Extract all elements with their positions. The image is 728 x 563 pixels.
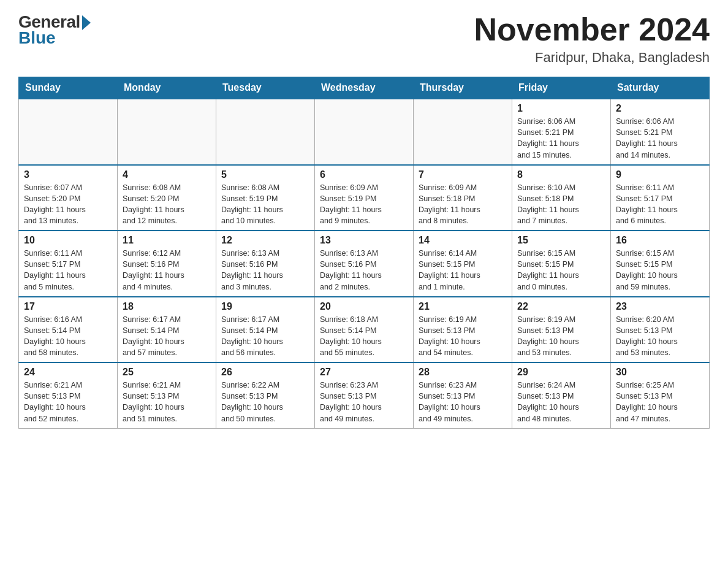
location-text: Faridpur, Dhaka, Bangladesh bbox=[474, 50, 710, 66]
calendar-cell: 28Sunrise: 6:23 AM Sunset: 5:13 PM Dayli… bbox=[414, 362, 512, 428]
calendar-cell: 20Sunrise: 6:18 AM Sunset: 5:14 PM Dayli… bbox=[315, 297, 414, 363]
day-number: 16 bbox=[616, 235, 704, 246]
day-info: Sunrise: 6:25 AM Sunset: 5:13 PM Dayligh… bbox=[616, 380, 704, 424]
day-number: 5 bbox=[221, 169, 309, 180]
calendar-cell: 11Sunrise: 6:12 AM Sunset: 5:16 PM Dayli… bbox=[118, 231, 216, 297]
day-number: 28 bbox=[419, 367, 507, 378]
day-info: Sunrise: 6:09 AM Sunset: 5:18 PM Dayligh… bbox=[419, 182, 507, 227]
day-info: Sunrise: 6:15 AM Sunset: 5:15 PM Dayligh… bbox=[616, 248, 704, 293]
logo: General Blue bbox=[18, 12, 91, 48]
calendar-cell bbox=[19, 99, 118, 165]
calendar-cell: 10Sunrise: 6:11 AM Sunset: 5:17 PM Dayli… bbox=[19, 231, 118, 297]
day-number: 12 bbox=[221, 235, 309, 246]
calendar-cell: 21Sunrise: 6:19 AM Sunset: 5:13 PM Dayli… bbox=[414, 297, 512, 363]
day-number: 10 bbox=[24, 235, 112, 246]
week-row-1: 1Sunrise: 6:06 AM Sunset: 5:21 PM Daylig… bbox=[19, 99, 710, 165]
calendar-cell: 16Sunrise: 6:15 AM Sunset: 5:15 PM Dayli… bbox=[611, 231, 710, 297]
weekday-header-saturday: Saturday bbox=[611, 77, 710, 99]
day-number: 24 bbox=[24, 367, 112, 378]
day-number: 11 bbox=[123, 235, 211, 246]
calendar-cell: 9Sunrise: 6:11 AM Sunset: 5:17 PM Daylig… bbox=[611, 165, 710, 231]
day-info: Sunrise: 6:19 AM Sunset: 5:13 PM Dayligh… bbox=[517, 314, 605, 359]
calendar-cell: 17Sunrise: 6:16 AM Sunset: 5:14 PM Dayli… bbox=[19, 297, 118, 363]
day-number: 8 bbox=[517, 169, 605, 180]
weekday-header-row: SundayMondayTuesdayWednesdayThursdayFrid… bbox=[19, 77, 710, 99]
day-info: Sunrise: 6:23 AM Sunset: 5:13 PM Dayligh… bbox=[320, 380, 408, 424]
day-info: Sunrise: 6:08 AM Sunset: 5:20 PM Dayligh… bbox=[123, 182, 211, 227]
calendar-cell: 18Sunrise: 6:17 AM Sunset: 5:14 PM Dayli… bbox=[118, 297, 216, 363]
day-info: Sunrise: 6:19 AM Sunset: 5:13 PM Dayligh… bbox=[419, 314, 507, 359]
day-info: Sunrise: 6:17 AM Sunset: 5:14 PM Dayligh… bbox=[123, 314, 211, 359]
day-info: Sunrise: 6:11 AM Sunset: 5:17 PM Dayligh… bbox=[24, 248, 112, 293]
day-number: 14 bbox=[419, 235, 507, 246]
weekday-header-wednesday: Wednesday bbox=[315, 77, 414, 99]
calendar-cell: 30Sunrise: 6:25 AM Sunset: 5:13 PM Dayli… bbox=[611, 362, 710, 428]
calendar-cell: 8Sunrise: 6:10 AM Sunset: 5:18 PM Daylig… bbox=[512, 165, 611, 231]
calendar-cell: 4Sunrise: 6:08 AM Sunset: 5:20 PM Daylig… bbox=[118, 165, 216, 231]
calendar-cell: 6Sunrise: 6:09 AM Sunset: 5:19 PM Daylig… bbox=[315, 165, 414, 231]
calendar-cell: 29Sunrise: 6:24 AM Sunset: 5:13 PM Dayli… bbox=[512, 362, 611, 428]
day-number: 2 bbox=[616, 103, 704, 114]
day-info: Sunrise: 6:21 AM Sunset: 5:13 PM Dayligh… bbox=[24, 380, 112, 424]
day-number: 27 bbox=[320, 367, 408, 378]
month-title: November 2024 bbox=[474, 12, 710, 47]
day-number: 9 bbox=[616, 169, 704, 180]
calendar-cell: 14Sunrise: 6:14 AM Sunset: 5:15 PM Dayli… bbox=[414, 231, 512, 297]
week-row-2: 3Sunrise: 6:07 AM Sunset: 5:20 PM Daylig… bbox=[19, 165, 710, 231]
calendar-cell: 3Sunrise: 6:07 AM Sunset: 5:20 PM Daylig… bbox=[19, 165, 118, 231]
day-info: Sunrise: 6:13 AM Sunset: 5:16 PM Dayligh… bbox=[320, 248, 408, 293]
calendar-table: SundayMondayTuesdayWednesdayThursdayFrid… bbox=[18, 77, 710, 429]
calendar-cell bbox=[315, 99, 414, 165]
day-info: Sunrise: 6:17 AM Sunset: 5:14 PM Dayligh… bbox=[221, 314, 309, 359]
title-area: November 2024 Faridpur, Dhaka, Banglades… bbox=[474, 12, 710, 66]
logo-arrow-icon bbox=[82, 15, 91, 30]
logo-blue-text: Blue bbox=[18, 28, 56, 48]
calendar-cell: 24Sunrise: 6:21 AM Sunset: 5:13 PM Dayli… bbox=[19, 362, 118, 428]
day-number: 7 bbox=[419, 169, 507, 180]
day-info: Sunrise: 6:06 AM Sunset: 5:21 PM Dayligh… bbox=[616, 116, 704, 161]
day-info: Sunrise: 6:14 AM Sunset: 5:15 PM Dayligh… bbox=[419, 248, 507, 293]
day-number: 13 bbox=[320, 235, 408, 246]
day-info: Sunrise: 6:23 AM Sunset: 5:13 PM Dayligh… bbox=[419, 380, 507, 424]
weekday-header-thursday: Thursday bbox=[414, 77, 512, 99]
day-number: 29 bbox=[517, 367, 605, 378]
calendar-cell: 22Sunrise: 6:19 AM Sunset: 5:13 PM Dayli… bbox=[512, 297, 611, 363]
weekday-header-sunday: Sunday bbox=[19, 77, 118, 99]
day-number: 15 bbox=[517, 235, 605, 246]
calendar-cell: 12Sunrise: 6:13 AM Sunset: 5:16 PM Dayli… bbox=[216, 231, 315, 297]
calendar-cell: 13Sunrise: 6:13 AM Sunset: 5:16 PM Dayli… bbox=[315, 231, 414, 297]
calendar-cell: 15Sunrise: 6:15 AM Sunset: 5:15 PM Dayli… bbox=[512, 231, 611, 297]
calendar-cell: 2Sunrise: 6:06 AM Sunset: 5:21 PM Daylig… bbox=[611, 99, 710, 165]
week-row-5: 24Sunrise: 6:21 AM Sunset: 5:13 PM Dayli… bbox=[19, 362, 710, 428]
day-info: Sunrise: 6:08 AM Sunset: 5:19 PM Dayligh… bbox=[221, 182, 309, 227]
day-number: 19 bbox=[221, 301, 309, 312]
day-number: 25 bbox=[123, 367, 211, 378]
day-info: Sunrise: 6:24 AM Sunset: 5:13 PM Dayligh… bbox=[517, 380, 605, 424]
calendar-cell bbox=[414, 99, 512, 165]
weekday-header-monday: Monday bbox=[118, 77, 216, 99]
day-number: 23 bbox=[616, 301, 704, 312]
day-info: Sunrise: 6:16 AM Sunset: 5:14 PM Dayligh… bbox=[24, 314, 112, 359]
weekday-header-friday: Friday bbox=[512, 77, 611, 99]
calendar-cell bbox=[216, 99, 315, 165]
day-number: 20 bbox=[320, 301, 408, 312]
calendar-cell: 27Sunrise: 6:23 AM Sunset: 5:13 PM Dayli… bbox=[315, 362, 414, 428]
day-info: Sunrise: 6:20 AM Sunset: 5:13 PM Dayligh… bbox=[616, 314, 704, 359]
day-number: 6 bbox=[320, 169, 408, 180]
day-info: Sunrise: 6:15 AM Sunset: 5:15 PM Dayligh… bbox=[517, 248, 605, 293]
week-row-3: 10Sunrise: 6:11 AM Sunset: 5:17 PM Dayli… bbox=[19, 231, 710, 297]
day-info: Sunrise: 6:11 AM Sunset: 5:17 PM Dayligh… bbox=[616, 182, 704, 227]
day-number: 26 bbox=[221, 367, 309, 378]
week-row-4: 17Sunrise: 6:16 AM Sunset: 5:14 PM Dayli… bbox=[19, 297, 710, 363]
calendar-cell: 1Sunrise: 6:06 AM Sunset: 5:21 PM Daylig… bbox=[512, 99, 611, 165]
day-info: Sunrise: 6:22 AM Sunset: 5:13 PM Dayligh… bbox=[221, 380, 309, 424]
day-info: Sunrise: 6:10 AM Sunset: 5:18 PM Dayligh… bbox=[517, 182, 605, 227]
calendar-cell: 23Sunrise: 6:20 AM Sunset: 5:13 PM Dayli… bbox=[611, 297, 710, 363]
calendar-cell: 5Sunrise: 6:08 AM Sunset: 5:19 PM Daylig… bbox=[216, 165, 315, 231]
day-info: Sunrise: 6:09 AM Sunset: 5:19 PM Dayligh… bbox=[320, 182, 408, 227]
day-number: 22 bbox=[517, 301, 605, 312]
day-info: Sunrise: 6:13 AM Sunset: 5:16 PM Dayligh… bbox=[221, 248, 309, 293]
day-number: 4 bbox=[123, 169, 211, 180]
day-info: Sunrise: 6:07 AM Sunset: 5:20 PM Dayligh… bbox=[24, 182, 112, 227]
calendar-cell: 25Sunrise: 6:21 AM Sunset: 5:13 PM Dayli… bbox=[118, 362, 216, 428]
